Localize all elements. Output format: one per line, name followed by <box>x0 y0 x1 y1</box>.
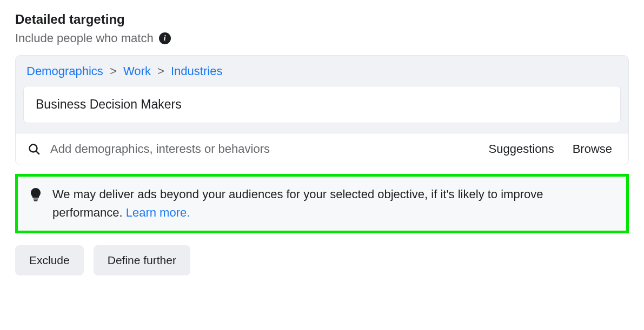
notice-text: We may deliver ads beyond your audiences… <box>52 185 614 222</box>
info-icon[interactable]: i <box>159 32 171 44</box>
breadcrumb-industries[interactable]: Industries <box>171 64 222 78</box>
svg-rect-3 <box>34 200 38 201</box>
subheading-row: Include people who match i <box>15 31 629 45</box>
learn-more-link[interactable]: Learn more. <box>126 206 190 219</box>
svg-rect-2 <box>34 199 38 200</box>
button-row: Exclude Define further <box>15 245 629 275</box>
exclude-button[interactable]: Exclude <box>15 245 84 275</box>
breadcrumb-work[interactable]: Work <box>123 64 151 78</box>
targeting-box: Demographics > Work > Industries Busines… <box>15 55 629 165</box>
svg-line-1 <box>36 151 39 154</box>
breadcrumb-demographics[interactable]: Demographics <box>26 64 103 78</box>
search-icon <box>28 143 41 156</box>
lightbulb-icon <box>30 187 42 204</box>
section-title: Detailed targeting <box>15 12 629 27</box>
search-input[interactable] <box>50 142 475 156</box>
audience-notice: We may deliver ads beyond your audiences… <box>15 174 629 233</box>
suggestions-button[interactable]: Suggestions <box>484 142 559 156</box>
define-further-button[interactable]: Define further <box>94 245 190 275</box>
selected-targeting-item[interactable]: Business Decision Makers <box>23 86 621 123</box>
search-row: Suggestions Browse <box>16 133 628 165</box>
browse-button[interactable]: Browse <box>568 142 616 156</box>
subheading-text: Include people who match <box>15 31 154 45</box>
breadcrumb-separator: > <box>110 64 117 78</box>
breadcrumb-separator: > <box>157 64 164 78</box>
breadcrumb: Demographics > Work > Industries <box>16 56 628 86</box>
